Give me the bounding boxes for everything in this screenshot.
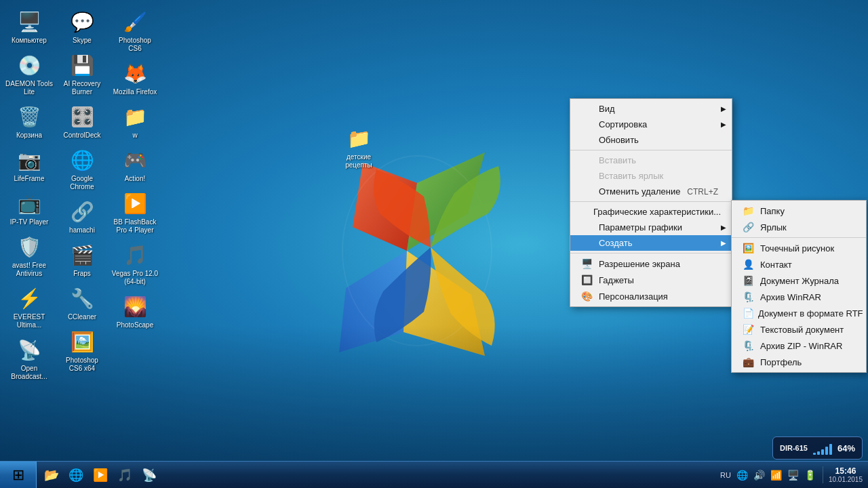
zip-icon: 🗜️ [743,340,756,351]
create-portfel[interactable]: 💼 Портфель [732,354,866,370]
screen-res-icon: 🖥️ [581,258,595,269]
icon-kids-folder[interactable]: 📁 детские рецепты [332,122,385,174]
icon-skype[interactable]: 💬 Skype [56,5,108,47]
menu-sort[interactable]: Сортировка ▶ [570,117,732,132]
icon-photoscope[interactable]: 🌄 PhotoScape [108,290,161,332]
network-tray-icon[interactable]: 🌐 [735,468,749,482]
icon-fraps[interactable]: 🎬 Fraps [56,239,108,281]
taskbar-obs[interactable]: 📡 [138,464,160,486]
create-arrow: ▶ [721,239,726,247]
bitmap-icon: 🖼️ [743,243,756,253]
icon-label-ccleaner: CCleaner [68,313,96,321]
icon-vegas[interactable]: 🎵 Vegas Pro 12.0 (64-bit) [108,239,161,289]
graphics-params-arrow: ▶ [721,224,726,231]
ie-icon: 🌐 [68,468,83,483]
icon-daemon[interactable]: 💿 DAEMON Tools Lite [3,49,56,99]
media-icon: ▶️ [93,468,108,483]
icon-label-action: Action! [125,175,146,183]
create-contact[interactable]: 👤 Контакт [732,256,866,272]
create-text[interactable]: 📝 Текстовый документ [732,321,866,338]
icon-w-folder[interactable]: 📁 w [108,100,161,142]
icon-chrome[interactable]: 🌐 Google Chrome [56,144,108,194]
create-winrar[interactable]: 🗜️ Архив WinRAR [732,289,866,305]
icon-label-everest: EVEREST Ultima... [5,313,53,329]
icon-label-w-folder: w [132,131,137,140]
icon-obs[interactable]: 📡 Open Broadcast... [3,333,56,384]
create-rtf[interactable]: 📄 Документ в формате RTF [732,305,866,321]
icon-label-skype: Skype [73,37,92,45]
clock-area[interactable]: 15:46 10.01.2015 [823,466,868,483]
context-menu: Вид ▶ Сортировка ▶ Обновить Вставить Вст… [570,98,732,307]
icon-avast[interactable]: 🛡️ avast! Free Antivirus [3,230,56,281]
taskbar-wmp[interactable]: 🎵 [114,464,136,486]
icon-controldeck[interactable]: 🎛️ ControlDeck [56,100,108,142]
menu-refresh[interactable]: Обновить [570,132,732,148]
menu-graphics-params[interactable]: Параметры графики ▶ [570,220,732,235]
vegas-icon: 🎵 [121,241,149,268]
power-tray-icon[interactable]: 🔋 [803,468,817,482]
icon-lifeframe[interactable]: 📷 LifeFrame [3,144,56,186]
icon-label-bbplayer: BB FlashBack Pro 4 Player [111,218,159,235]
signal-tray-icon[interactable]: 📶 [769,468,783,482]
taskbar: ⊞ 📂 🌐 ▶️ 🎵 📡 RU 🌐 🔊 📶 🖥️ [0,461,868,488]
photoscope-icon: 🌄 [121,293,149,320]
bar-3 [821,449,824,455]
separator-3 [570,253,732,253]
menu-screen-res[interactable]: 🖥️ Разрешение экрана [570,256,732,272]
separator-1 [570,150,732,150]
airecovery-icon: 💾 [68,52,96,79]
taskbar-ie[interactable]: 🌐 [65,464,87,486]
create-zip[interactable]: 🗜️ Архив ZIP - WinRAR [732,338,866,354]
avast-icon: 🛡️ [16,233,43,260]
icon-label-computer: Компьютер [12,37,47,45]
icon-label-vegas: Vegas Pro 12.0 (64-bit) [111,270,159,286]
create-journal[interactable]: 📓 Документ Журнала [732,272,866,289]
taskbar-pinned-icons: 📂 🌐 ▶️ 🎵 📡 [37,464,164,486]
photoshopcs6-icon: 🖌️ [121,8,149,35]
icon-label-photoscope: PhotoScape [117,321,154,329]
icon-label-obs: Open Broadcast... [5,365,53,381]
icon-everest[interactable]: ⚡ EVEREST Ultima... [3,282,56,332]
icon-airecovery[interactable]: 💾 AI Recovery Burner [56,49,108,99]
icon-bbplayer[interactable]: ▶️ BB FlashBack Pro 4 Player [108,187,161,237]
menu-personalize[interactable]: 🎨 Персонализация [570,288,732,304]
icon-photoshop64[interactable]: 🖼️ Photoshop CS6 x64 [56,325,108,375]
menu-gadgets[interactable]: 🔲 Гаджеты [570,272,732,288]
menu-paste-shortcut: Вставить ярлык [570,168,732,184]
display-tray-icon[interactable]: 🖥️ [786,468,800,482]
menu-graphics-props[interactable]: Графические характеристики... [570,204,732,220]
language-indicator[interactable]: RU [719,471,732,479]
create-folder[interactable]: 📁 Папку [732,203,866,219]
create-bitmap[interactable]: 🖼️ Точечный рисунок [732,240,866,256]
icon-label-kids: детские рецепты [335,153,382,169]
menu-undo[interactable]: Отменить удаление CTRL+Z [570,184,732,199]
network-bars [813,441,832,455]
text-icon: 📝 [743,324,756,335]
icon-action[interactable]: 🎮 Action! [108,144,161,186]
menu-view[interactable]: Вид ▶ [570,101,732,117]
icon-ccleaner[interactable]: 🔧 CCleaner [56,282,108,324]
menu-create[interactable]: Создать ▶ [570,235,732,251]
icon-photoshopcs6[interactable]: 🖌️ Photoshop CS6 [108,5,161,56]
icon-label-photoshop64: Photoshop CS6 x64 [58,357,106,373]
volume-tray-icon[interactable]: 🔊 [752,468,766,482]
icon-korzina[interactable]: 🗑️ Корзина [3,100,56,142]
create-shortcut[interactable]: 🔗 Ярлык [732,219,866,235]
desktop-icons-container: 🖥️ Компьютер 💿 DAEMON Tools Lite 🗑️ Корз… [0,0,164,420]
icon-iptv[interactable]: 📺 IP-TV Player [3,187,56,229]
clock-date: 10.01.2015 [829,476,863,483]
undo-shortcut: CTRL+Z [687,187,718,197]
icon-firefox[interactable]: 🦊 Mozilla Firefox [108,57,161,99]
desktop: 🖥️ Компьютер 💿 DAEMON Tools Lite 🗑️ Корз… [0,0,868,488]
taskbar-explorer[interactable]: 📂 [41,464,62,486]
network-widget[interactable]: DIR-615 64% [772,436,863,460]
wmp-icon: 🎵 [117,468,132,483]
create-sep-1 [732,237,866,238]
icon-label-lifeframe: LifeFrame [14,175,44,183]
start-button[interactable]: ⊞ [0,462,37,489]
icon-computer[interactable]: 🖥️ Компьютер [3,5,56,47]
icon-hamachi[interactable]: 🔗 hamachi [56,195,108,237]
icon-label-firefox: Mozilla Firefox [113,88,157,96]
menu-paste: Вставить [570,152,732,168]
taskbar-media[interactable]: ▶️ [90,464,111,486]
